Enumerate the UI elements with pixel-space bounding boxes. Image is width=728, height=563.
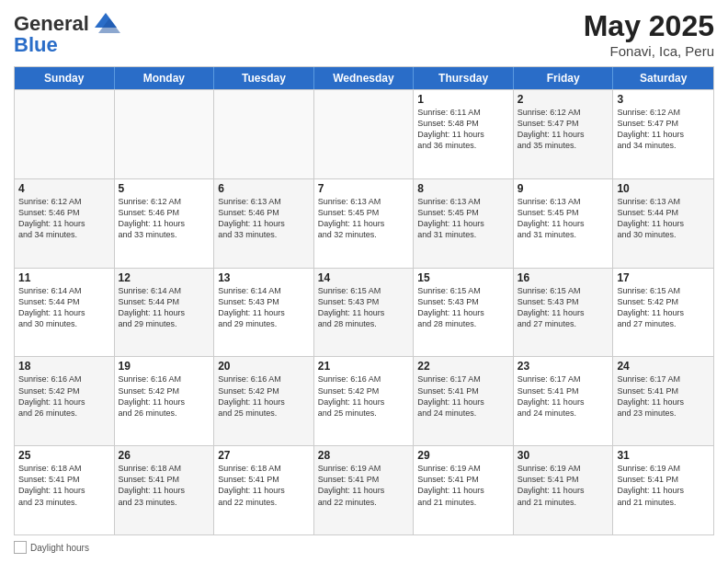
day-info: Sunrise: 6:17 AM Sunset: 5:41 PM Dayligh…: [417, 373, 509, 419]
cal-cell: 2Sunrise: 6:12 AM Sunset: 5:47 PM Daylig…: [514, 90, 614, 178]
day-number: 13: [218, 271, 310, 284]
header-tuesday: Tuesday: [214, 67, 314, 89]
logo: General Blue: [14, 9, 122, 57]
legend-daylight: Daylight hours: [14, 541, 89, 554]
cal-row-3: 11Sunrise: 6:14 AM Sunset: 5:44 PM Dayli…: [15, 268, 713, 357]
calendar-body: 1Sunrise: 6:11 AM Sunset: 5:48 PM Daylig…: [15, 89, 713, 534]
day-info: Sunrise: 6:13 AM Sunset: 5:45 PM Dayligh…: [518, 196, 609, 241]
cal-row-1: 1Sunrise: 6:11 AM Sunset: 5:48 PM Daylig…: [15, 89, 713, 178]
day-info: Sunrise: 6:18 AM Sunset: 5:41 PM Dayligh…: [119, 463, 210, 508]
day-number: 17: [617, 271, 710, 284]
cal-cell: 12Sunrise: 6:14 AM Sunset: 5:44 PM Dayli…: [115, 269, 215, 357]
day-number: 31: [617, 449, 710, 462]
header: General Blue May 2025 Fonavi, Ica, Peru: [14, 9, 714, 59]
day-number: 5: [119, 182, 210, 195]
cal-cell: 13Sunrise: 6:14 AM Sunset: 5:43 PM Dayli…: [214, 269, 314, 357]
header-monday: Monday: [115, 67, 215, 89]
day-info: Sunrise: 6:15 AM Sunset: 5:43 PM Dayligh…: [417, 285, 509, 330]
cal-cell: 31Sunrise: 6:19 AM Sunset: 5:41 PM Dayli…: [613, 446, 713, 534]
cal-cell: 16Sunrise: 6:15 AM Sunset: 5:43 PM Dayli…: [514, 269, 614, 357]
day-info: Sunrise: 6:19 AM Sunset: 5:41 PM Dayligh…: [318, 463, 410, 508]
page: General Blue May 2025 Fonavi, Ica, Peru …: [0, 0, 728, 563]
day-number: 24: [617, 360, 710, 373]
cal-cell: 23Sunrise: 6:17 AM Sunset: 5:41 PM Dayli…: [514, 357, 614, 445]
day-info: Sunrise: 6:16 AM Sunset: 5:42 PM Dayligh…: [218, 373, 310, 419]
day-number: 2: [518, 93, 609, 106]
day-info: Sunrise: 6:12 AM Sunset: 5:47 PM Dayligh…: [617, 107, 710, 152]
day-info: Sunrise: 6:12 AM Sunset: 5:46 PM Dayligh…: [119, 196, 210, 241]
cal-cell: 21Sunrise: 6:16 AM Sunset: 5:42 PM Dayli…: [314, 357, 415, 445]
header-sunday: Sunday: [15, 67, 115, 89]
cal-cell: 29Sunrise: 6:19 AM Sunset: 5:41 PM Dayli…: [414, 446, 514, 534]
cal-cell: 25Sunrise: 6:18 AM Sunset: 5:41 PM Dayli…: [15, 446, 115, 534]
calendar: Sunday Monday Tuesday Wednesday Thursday…: [14, 66, 714, 535]
calendar-header: Sunday Monday Tuesday Wednesday Thursday…: [15, 67, 713, 89]
cal-cell: 5Sunrise: 6:12 AM Sunset: 5:46 PM Daylig…: [115, 179, 215, 268]
cal-cell: 28Sunrise: 6:19 AM Sunset: 5:41 PM Dayli…: [314, 446, 415, 534]
day-info: Sunrise: 6:12 AM Sunset: 5:46 PM Dayligh…: [18, 196, 110, 241]
day-info: Sunrise: 6:19 AM Sunset: 5:41 PM Dayligh…: [417, 463, 509, 508]
cal-row-4: 18Sunrise: 6:16 AM Sunset: 5:42 PM Dayli…: [15, 356, 713, 445]
day-info: Sunrise: 6:18 AM Sunset: 5:41 PM Dayligh…: [218, 463, 310, 508]
day-number: 28: [318, 449, 410, 462]
cal-cell: 26Sunrise: 6:18 AM Sunset: 5:41 PM Dayli…: [115, 446, 215, 534]
day-info: Sunrise: 6:19 AM Sunset: 5:41 PM Dayligh…: [518, 463, 609, 508]
cal-cell: 14Sunrise: 6:15 AM Sunset: 5:43 PM Dayli…: [314, 269, 415, 357]
cal-cell: 10Sunrise: 6:13 AM Sunset: 5:44 PM Dayli…: [613, 179, 713, 268]
cal-row-5: 25Sunrise: 6:18 AM Sunset: 5:41 PM Dayli…: [15, 445, 713, 534]
day-number: 15: [417, 271, 509, 284]
day-number: 6: [218, 182, 310, 195]
day-number: 11: [18, 271, 110, 284]
cal-cell: 7Sunrise: 6:13 AM Sunset: 5:45 PM Daylig…: [314, 179, 415, 268]
day-info: Sunrise: 6:13 AM Sunset: 5:45 PM Dayligh…: [417, 196, 509, 241]
day-number: 8: [417, 182, 509, 195]
header-saturday: Saturday: [613, 67, 713, 89]
day-number: 30: [518, 449, 609, 462]
cal-row-2: 4Sunrise: 6:12 AM Sunset: 5:46 PM Daylig…: [15, 178, 713, 268]
cal-cell: [214, 90, 314, 178]
header-thursday: Thursday: [414, 67, 514, 89]
cal-cell: 20Sunrise: 6:16 AM Sunset: 5:42 PM Dayli…: [214, 357, 314, 445]
cal-cell: 6Sunrise: 6:13 AM Sunset: 5:46 PM Daylig…: [214, 179, 314, 268]
day-info: Sunrise: 6:15 AM Sunset: 5:43 PM Dayligh…: [518, 285, 609, 330]
cal-cell: [15, 90, 115, 178]
day-info: Sunrise: 6:15 AM Sunset: 5:42 PM Dayligh…: [617, 285, 710, 330]
cal-cell: 24Sunrise: 6:17 AM Sunset: 5:41 PM Dayli…: [613, 357, 713, 445]
title-block: May 2025 Fonavi, Ica, Peru: [584, 9, 714, 59]
day-info: Sunrise: 6:14 AM Sunset: 5:44 PM Dayligh…: [18, 285, 110, 330]
day-number: 23: [518, 360, 609, 373]
legend: Daylight hours: [14, 541, 714, 554]
day-info: Sunrise: 6:16 AM Sunset: 5:42 PM Dayligh…: [18, 373, 110, 419]
day-number: 25: [18, 449, 110, 462]
cal-cell: 9Sunrise: 6:13 AM Sunset: 5:45 PM Daylig…: [514, 179, 614, 268]
day-info: Sunrise: 6:15 AM Sunset: 5:43 PM Dayligh…: [318, 285, 410, 330]
day-info: Sunrise: 6:16 AM Sunset: 5:42 PM Dayligh…: [318, 373, 410, 419]
day-number: 1: [417, 93, 509, 106]
day-info: Sunrise: 6:19 AM Sunset: 5:41 PM Dayligh…: [617, 463, 710, 508]
day-number: 22: [417, 360, 509, 373]
legend-box: [14, 541, 27, 554]
cal-cell: 18Sunrise: 6:16 AM Sunset: 5:42 PM Dayli…: [15, 357, 115, 445]
day-info: Sunrise: 6:16 AM Sunset: 5:42 PM Dayligh…: [119, 373, 210, 419]
cal-cell: 11Sunrise: 6:14 AM Sunset: 5:44 PM Dayli…: [15, 269, 115, 357]
day-number: 12: [119, 271, 210, 284]
day-info: Sunrise: 6:14 AM Sunset: 5:44 PM Dayligh…: [119, 285, 210, 330]
cal-cell: 27Sunrise: 6:18 AM Sunset: 5:41 PM Dayli…: [214, 446, 314, 534]
day-info: Sunrise: 6:18 AM Sunset: 5:41 PM Dayligh…: [18, 463, 110, 508]
cal-cell: 4Sunrise: 6:12 AM Sunset: 5:46 PM Daylig…: [15, 179, 115, 268]
cal-cell: [314, 90, 415, 178]
day-info: Sunrise: 6:13 AM Sunset: 5:44 PM Dayligh…: [617, 196, 710, 241]
day-number: 18: [18, 360, 110, 373]
day-info: Sunrise: 6:11 AM Sunset: 5:48 PM Dayligh…: [417, 107, 509, 152]
day-number: 21: [318, 360, 410, 373]
day-number: 14: [318, 271, 410, 284]
header-wednesday: Wednesday: [314, 67, 415, 89]
header-friday: Friday: [514, 67, 614, 89]
day-number: 9: [518, 182, 609, 195]
cal-cell: 1Sunrise: 6:11 AM Sunset: 5:48 PM Daylig…: [414, 90, 514, 178]
day-info: Sunrise: 6:13 AM Sunset: 5:46 PM Dayligh…: [218, 196, 310, 241]
day-number: 7: [318, 182, 410, 195]
day-info: Sunrise: 6:13 AM Sunset: 5:45 PM Dayligh…: [318, 196, 410, 241]
day-number: 4: [18, 182, 110, 195]
cal-cell: 8Sunrise: 6:13 AM Sunset: 5:45 PM Daylig…: [414, 179, 514, 268]
